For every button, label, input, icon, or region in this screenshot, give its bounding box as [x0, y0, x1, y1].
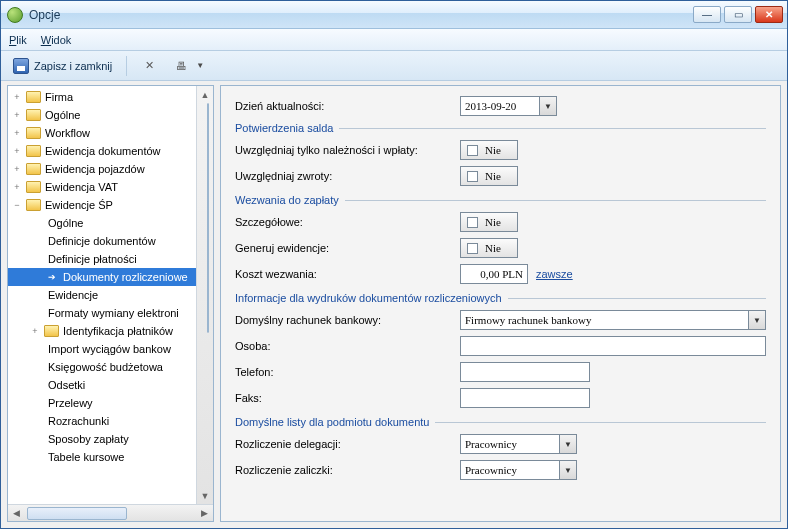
tree-item-ewidencja-vat[interactable]: +Ewidencja VAT — [8, 178, 196, 196]
tree-item-sp-ewidencje[interactable]: Ewidencje — [8, 286, 196, 304]
input-faks[interactable] — [460, 388, 590, 408]
folder-icon — [26, 109, 41, 121]
app-window: Opcje — ▭ ✕ Plik Widok Zapisz i zamknij … — [0, 0, 788, 529]
tree-item-workflow[interactable]: +Workflow — [8, 124, 196, 142]
chevron-down-icon[interactable]: ▼ — [749, 310, 766, 330]
select-rozl-deleg-input[interactable] — [460, 434, 560, 454]
tools-icon: ✕ — [141, 58, 157, 74]
tree-vertical-scrollbar[interactable]: ▲ ▼ — [196, 86, 213, 504]
tree-item-tabele-kursowe[interactable]: Tabele kursowe — [8, 448, 196, 466]
scrollbar-thumb[interactable] — [207, 103, 209, 333]
label-rozliczenie-delegacji: Rozliczenie delegacji: — [235, 438, 460, 450]
minimize-button[interactable]: — — [693, 6, 721, 23]
label-faks: Faks: — [235, 392, 460, 404]
options-tree-panel: +Firma +Ogólne +Workflow +Ewidencja doku… — [7, 85, 214, 522]
toggle-szczegolowe[interactable]: Nie — [460, 212, 518, 232]
scroll-left-icon[interactable]: ◀ — [8, 505, 25, 522]
save-and-close-label: Zapisz i zamknij — [34, 60, 112, 72]
tree-scroll-area: +Firma +Ogólne +Workflow +Ewidencja doku… — [8, 86, 196, 504]
label-dom-rachunek: Domyślny rachunek bankowy: — [235, 314, 460, 326]
tree-item-sp-def-platnosci[interactable]: Definicje płatności — [8, 250, 196, 268]
label-rozliczenie-zaliczki: Rozliczenie zaliczki: — [235, 464, 460, 476]
scroll-right-icon[interactable]: ▶ — [196, 505, 213, 522]
tree-item-rozrachunki[interactable]: Rozrachunki — [8, 412, 196, 430]
tree-item-sp-def-dokumentow[interactable]: Definicje dokumentów — [8, 232, 196, 250]
save-and-close-button[interactable]: Zapisz i zamknij — [9, 56, 116, 76]
folder-icon — [26, 181, 41, 193]
folder-icon — [26, 163, 41, 175]
tree-item-przelewy[interactable]: Przelewy — [8, 394, 196, 412]
toolbar-separator — [126, 56, 127, 76]
print-button[interactable]: 🖶 ▼ — [169, 56, 208, 76]
chevron-down-icon[interactable]: ▼ — [560, 460, 577, 480]
folder-icon — [26, 145, 41, 157]
settings-form-panel: Dzień aktualności: ▼ Potwierdzenia salda… — [220, 85, 781, 522]
select-dom-rachunek[interactable]: ▼ — [460, 310, 766, 330]
toggle-generuj-ewidencje[interactable]: Nie — [460, 238, 518, 258]
scrollbar-thumb[interactable] — [27, 507, 127, 520]
app-icon — [7, 7, 23, 23]
menu-file[interactable]: Plik — [9, 34, 27, 46]
folder-icon — [26, 127, 41, 139]
selected-arrow-icon: ➔ — [48, 272, 56, 282]
input-telefon[interactable] — [460, 362, 590, 382]
tools-button[interactable]: ✕ — [137, 56, 161, 76]
chevron-down-icon[interactable]: ▼ — [560, 434, 577, 454]
tree-item-sp-formaty[interactable]: Formaty wymiany elektroni — [8, 304, 196, 322]
tree-item-ewidencja-dokumentow[interactable]: +Ewidencja dokumentów — [8, 142, 196, 160]
select-rozl-zal-input[interactable] — [460, 460, 560, 480]
tree-item-odsetki[interactable]: Odsetki — [8, 376, 196, 394]
tree-item-ewidencja-pojazdow[interactable]: +Ewidencja pojazdów — [8, 160, 196, 178]
tree-item-ogolne[interactable]: +Ogólne — [8, 106, 196, 124]
scroll-up-icon[interactable]: ▲ — [197, 86, 214, 103]
window-title: Opcje — [29, 8, 687, 22]
close-button[interactable]: ✕ — [755, 6, 783, 23]
label-szczegolowe: Szczegółowe: — [235, 216, 460, 228]
date-label: Dzień aktualności: — [235, 100, 460, 112]
toggle-uwzgledniaj-naleznosci[interactable]: Nie — [460, 140, 518, 160]
checkbox-icon — [467, 217, 478, 228]
label-koszt-wezwania: Koszt wezwania: — [235, 268, 460, 280]
folder-icon — [44, 325, 59, 337]
save-icon — [13, 58, 29, 74]
tree-horizontal-scrollbar[interactable]: ◀ ▶ — [8, 504, 213, 521]
date-field[interactable]: ▼ — [460, 96, 557, 116]
checkbox-icon — [467, 243, 478, 254]
fieldset-informacje-wydrukow: Informacje dla wydruków dokumentów rozli… — [235, 292, 766, 410]
tree-item-ksieg-budzetowa[interactable]: Księgowość budżetowa — [8, 358, 196, 376]
tree-item-sp-dokumenty-rozliczeniowe[interactable]: ➔Dokumenty rozliczeniowe — [8, 268, 196, 286]
menu-view[interactable]: Widok — [41, 34, 72, 46]
tree-item-import-wyciagow[interactable]: Import wyciągów bankow — [8, 340, 196, 358]
checkbox-icon — [467, 171, 478, 182]
fieldset-label: Informacje dla wydruków dokumentów rozli… — [235, 292, 502, 304]
fieldset-label: Wezwania do zapłaty — [235, 194, 339, 206]
tree-item-firma[interactable]: +Firma — [8, 88, 196, 106]
printer-icon: 🖶 — [173, 58, 189, 74]
tree-item-identyfikacja-platnikow[interactable]: +Identyfikacja płatników — [8, 322, 196, 340]
tree-item-sp-ogolne[interactable]: Ogólne — [8, 214, 196, 232]
checkbox-icon — [467, 145, 478, 156]
toolbar: Zapisz i zamknij ✕ 🖶 ▼ — [1, 51, 787, 81]
toggle-uwzgledniaj-zwroty[interactable]: Nie — [460, 166, 518, 186]
select-rozliczenie-delegacji[interactable]: ▼ — [460, 434, 577, 454]
input-osoba[interactable] — [460, 336, 766, 356]
folder-icon — [26, 91, 41, 103]
fieldset-domyslne-listy: Domyślne listy dla podmiotu dokumentu Ro… — [235, 416, 766, 482]
link-zawsze[interactable]: zawsze — [536, 268, 573, 280]
body-area: +Firma +Ogólne +Workflow +Ewidencja doku… — [1, 81, 787, 528]
folder-open-icon — [26, 199, 41, 211]
tree-item-ewidencje-sp[interactable]: −Ewidencje ŚP — [8, 196, 196, 214]
fieldset-label: Domyślne listy dla podmiotu dokumentu — [235, 416, 429, 428]
scroll-down-icon[interactable]: ▼ — [197, 487, 214, 504]
select-dom-rachunek-input[interactable] — [460, 310, 749, 330]
label-uwzgledniaj-zwroty: Uwzględniaj zwroty: — [235, 170, 460, 182]
fieldset-label: Potwierdzenia salda — [235, 122, 333, 134]
input-koszt-wezwania[interactable] — [460, 264, 528, 284]
chevron-down-icon[interactable]: ▼ — [540, 96, 557, 116]
date-input[interactable] — [460, 96, 540, 116]
select-rozliczenie-zaliczki[interactable]: ▼ — [460, 460, 577, 480]
fieldset-wezwania: Wezwania do zapłaty Szczegółowe: Nie Gen… — [235, 194, 766, 286]
maximize-button[interactable]: ▭ — [724, 6, 752, 23]
label-osoba: Osoba: — [235, 340, 460, 352]
tree-item-sposoby-zaplaty[interactable]: Sposoby zapłaty — [8, 430, 196, 448]
